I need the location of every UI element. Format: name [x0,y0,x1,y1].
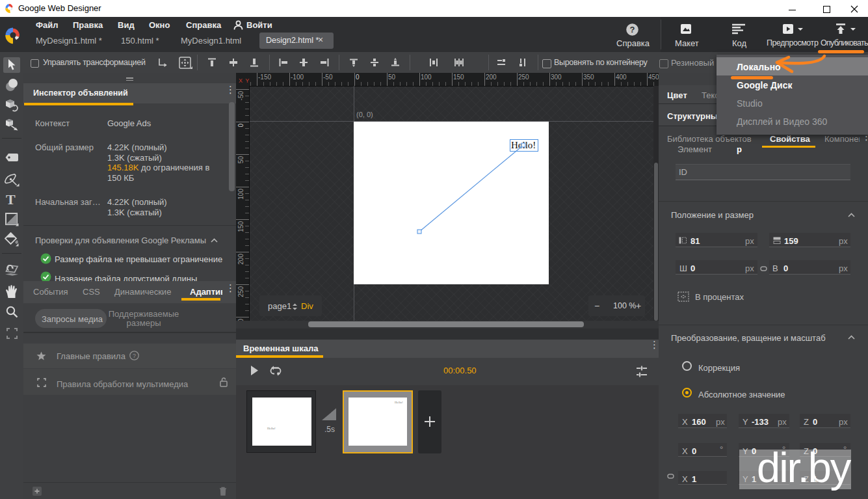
svg-text:?: ? [630,25,635,34]
svg-text:?: ? [133,353,136,359]
